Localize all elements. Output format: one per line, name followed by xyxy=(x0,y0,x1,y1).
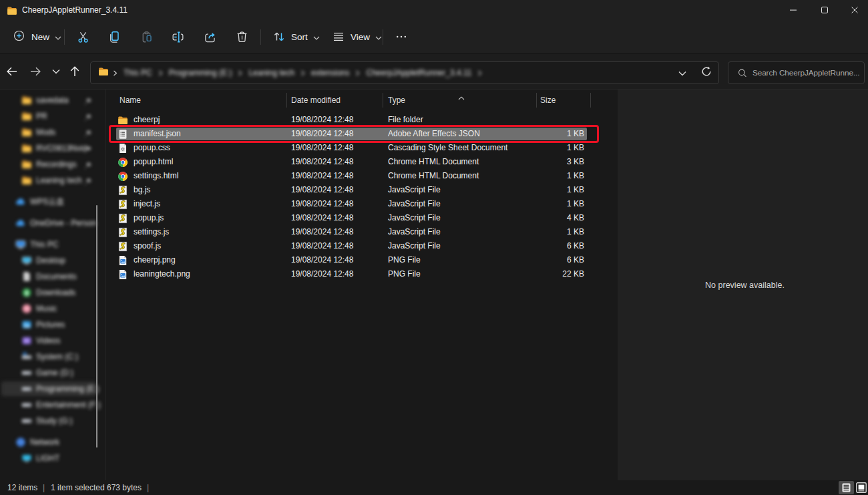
new-button[interactable]: New xyxy=(5,24,68,49)
sidebar-item-music[interactable]: Music xyxy=(0,301,105,317)
sidebar-item-pr[interactable]: PR xyxy=(0,108,105,124)
sidebar-item-network[interactable]: Network xyxy=(0,434,105,450)
file-row-settings-js[interactable]: settings.js19/08/2024 12:48JavaScript Fi… xyxy=(105,225,618,239)
large-icons-view-toggle[interactable] xyxy=(855,482,867,494)
breadcrumb-item[interactable]: Leaning tech xyxy=(244,68,298,77)
forward-button[interactable] xyxy=(25,61,46,82)
sidebar-item-mods[interactable]: Mods xyxy=(0,124,105,140)
breadcrumb-chevron-icon xyxy=(109,70,120,76)
sidebar-item-light[interactable]: LIGHT xyxy=(0,450,105,466)
sidebar-item-label: Recordings xyxy=(36,156,77,172)
minimize-button[interactable] xyxy=(778,0,809,20)
file-row-manifest-json[interactable]: manifest.json19/08/2024 12:48Adobe After… xyxy=(105,127,618,141)
file-row-spoof-js[interactable]: spoof.js19/08/2024 12:48JavaScript File6… xyxy=(105,239,618,253)
breadcrumb-item[interactable]: CheerpJAppletRunner_3.4.11 xyxy=(362,68,475,77)
toolbar-separator xyxy=(64,29,65,45)
breadcrumb-item[interactable]: extensions xyxy=(307,68,353,77)
file-name: manifest.json xyxy=(134,127,181,141)
sidebar-item-rvc0813nvid[interactable]: RVC0813Nvid xyxy=(0,140,105,156)
file-row-popup-css[interactable]: popup.css19/08/2024 12:48Cascading Style… xyxy=(105,141,618,155)
sidebar-item-label: Documents xyxy=(36,269,77,285)
copy-button[interactable] xyxy=(101,24,128,49)
sidebar-item-videos[interactable]: Videos xyxy=(0,333,105,349)
address-bar[interactable]: This PCProgramming (E:)Leaning techexten… xyxy=(90,61,719,84)
rename-button[interactable] xyxy=(164,24,191,49)
column-header-date-modified[interactable]: Date modified xyxy=(291,93,341,108)
sidebar-scrollbar[interactable] xyxy=(96,205,97,448)
sidebar-item-savedata[interactable]: savedata xyxy=(0,92,105,108)
sidebar-item-desktop[interactable]: Desktop xyxy=(0,253,105,269)
file-name: bg.js xyxy=(134,183,150,197)
file-row-cheerpj-png[interactable]: cheerpj.png19/08/2024 12:48PNG File6 KB xyxy=(105,253,618,267)
sidebar-item-downloads[interactable]: Downloads xyxy=(0,285,105,301)
cut-button[interactable] xyxy=(69,24,96,49)
details-view-toggle[interactable] xyxy=(839,481,854,494)
address-dropdown-chevron-icon[interactable] xyxy=(678,67,686,79)
file-date-modified: 19/08/2024 12:48 xyxy=(291,197,353,211)
file-row-settings-html[interactable]: settings.html19/08/2024 12:48Chrome HTML… xyxy=(105,169,618,183)
file-row-bg-js[interactable]: bg.js19/08/2024 12:48JavaScript File1 KB xyxy=(105,183,618,197)
sidebar-item-pictures[interactable]: Pictures xyxy=(0,317,105,333)
file-type: Chrome HTML Document xyxy=(388,155,479,169)
file-type: JavaScript File xyxy=(388,239,441,253)
sidebar-item-onedrive-person[interactable]: OneDrive - Person xyxy=(0,215,105,231)
file-name: settings.js xyxy=(134,225,169,239)
file-row-leaningtech-png[interactable]: leaningtech.png19/08/2024 12:48PNG File2… xyxy=(105,267,618,281)
sidebar-item-leaning-tech[interactable]: Leaning tech xyxy=(0,172,105,188)
sidebar-item-this-pc[interactable]: This PC xyxy=(0,236,105,253)
command-bar: New xyxy=(0,20,868,54)
up-button[interactable] xyxy=(64,61,85,82)
back-button[interactable] xyxy=(1,61,23,82)
sidebar-item-system-c[interactable]: System (C:) xyxy=(0,349,105,365)
file-row-inject-js[interactable]: inject.js19/08/2024 12:48JavaScript File… xyxy=(105,197,618,211)
toolbar-separator xyxy=(383,29,383,45)
back-arrow-icon xyxy=(6,65,18,77)
column-separator[interactable] xyxy=(383,93,383,108)
breadcrumb-item[interactable]: Programming (E:) xyxy=(165,68,236,77)
more-options-button[interactable] xyxy=(388,24,415,49)
close-button[interactable] xyxy=(841,0,868,20)
file-name: popup.css xyxy=(134,141,170,155)
refresh-icon[interactable] xyxy=(701,66,712,79)
paste-button[interactable] xyxy=(133,24,160,49)
share-button[interactable] xyxy=(196,24,223,49)
column-separator[interactable] xyxy=(536,93,537,108)
file-row-popup-html[interactable]: popup.html19/08/2024 12:48Chrome HTML Do… xyxy=(105,155,618,169)
search-input[interactable] xyxy=(752,68,864,77)
pin-icon xyxy=(84,160,92,168)
documents-icon xyxy=(21,271,32,282)
maximize-button[interactable] xyxy=(809,0,840,20)
delete-button[interactable] xyxy=(228,24,255,49)
drivewin-icon xyxy=(21,351,32,362)
up-arrow-icon xyxy=(69,65,81,77)
sidebar-item-study-g[interactable]: Study (G:) xyxy=(0,413,105,429)
details-view-icon xyxy=(842,483,851,492)
breadcrumb-item[interactable]: This PC xyxy=(120,68,156,77)
sort-button[interactable]: Sort xyxy=(266,24,327,49)
sidebar-item-programming-e[interactable]: Programming (E:) xyxy=(0,381,105,397)
css-file-icon xyxy=(118,143,128,154)
sidebar-item-entertainment-f[interactable]: Entertainment (F:) xyxy=(0,397,105,413)
sidebar-item-recordings[interactable]: Recordings xyxy=(0,156,105,172)
sort-button-label: Sort xyxy=(291,32,308,42)
cloud-icon xyxy=(15,218,26,228)
folder-file-icon xyxy=(118,115,128,126)
sidebar-item-label: PR xyxy=(36,108,47,124)
search-box[interactable] xyxy=(728,61,865,84)
column-header-name[interactable]: Name xyxy=(120,93,141,108)
sort-ascending-caret-icon xyxy=(458,91,465,103)
js-file-icon xyxy=(118,199,128,210)
chrome-file-icon xyxy=(118,157,128,168)
column-header-type[interactable]: Type xyxy=(388,93,405,108)
sidebar-item-wps[interactable]: WPS云盘 xyxy=(0,194,105,210)
sidebar-item-game-d[interactable]: Game (D:) xyxy=(0,365,105,381)
file-row-cheerpj[interactable]: cheerpj19/08/2024 12:48File folder xyxy=(105,113,618,127)
file-type: PNG File xyxy=(388,253,421,267)
music-icon xyxy=(21,303,32,314)
column-separator[interactable] xyxy=(286,93,287,108)
view-button[interactable]: View xyxy=(325,24,389,49)
file-row-popup-js[interactable]: popup.js19/08/2024 12:48JavaScript File4… xyxy=(105,211,618,225)
column-separator[interactable] xyxy=(590,93,591,108)
column-header-size[interactable]: Size xyxy=(540,93,556,108)
sidebar-item-documents[interactable]: Documents xyxy=(0,269,105,285)
